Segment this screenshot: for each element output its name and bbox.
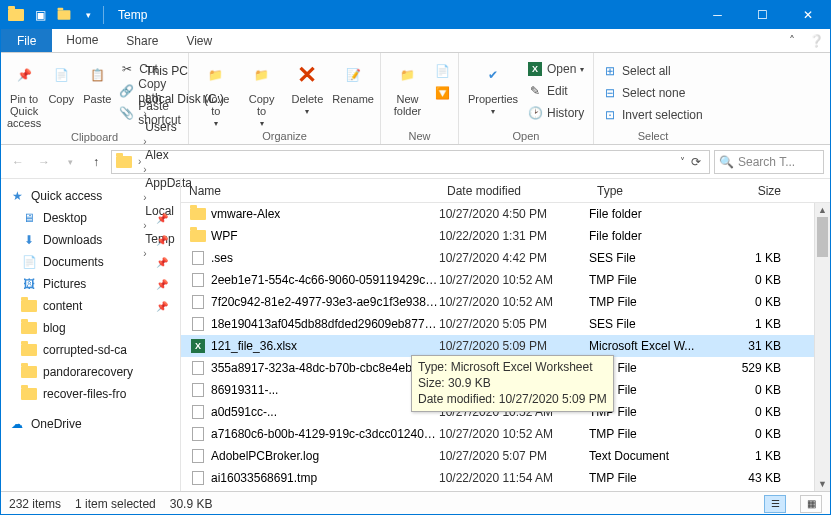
file-name: 2eeb1e71-554c-4c66-9060-059119429cbd... [207, 273, 439, 287]
col-size[interactable]: Size [719, 184, 789, 198]
file-row[interactable]: WPF10/22/2020 1:31 PMFile folder [181, 225, 830, 247]
nav-recent-button[interactable]: ▾ [59, 151, 81, 173]
new-item-button[interactable]: 📄 [432, 61, 452, 81]
navigation-pane[interactable]: ★Quick access 🖥Desktop📌⬇Downloads📌📄Docum… [1, 179, 181, 491]
tab-home[interactable]: Home [52, 29, 112, 52]
nav-item[interactable]: 🖥Desktop📌 [3, 207, 178, 229]
large-icons-view-button[interactable]: ▦ [800, 495, 822, 513]
file-date: 10/22/2020 1:31 PM [439, 229, 589, 243]
file-name: vmware-Alex [207, 207, 439, 221]
tab-file[interactable]: File [1, 29, 52, 52]
file-row[interactable]: ai16033568691.tmp10/22/2020 11:54 AMTMP … [181, 467, 830, 489]
col-type[interactable]: Type [589, 184, 719, 198]
nav-item-label: Pictures [43, 277, 86, 291]
collapse-ribbon-icon[interactable]: ˄ [782, 29, 802, 52]
file-name: 7f20c942-81e2-4977-93e3-ae9c1f3e9384.t..… [207, 295, 439, 309]
nav-item[interactable]: recover-files-fro [3, 383, 178, 405]
easy-access-button[interactable]: 🔽 [432, 83, 452, 103]
nav-up-button[interactable]: ↑ [85, 151, 107, 173]
nav-quick-access[interactable]: ★Quick access [3, 185, 178, 207]
close-button[interactable]: ✕ [785, 1, 830, 29]
pin-icon: 📌 [156, 301, 174, 312]
folder-icon [189, 206, 207, 222]
qat-dropdown-icon[interactable]: ▾ [77, 4, 99, 26]
file-row[interactable]: .ses10/27/2020 4:42 PMSES File1 KB [181, 247, 830, 269]
paste-button[interactable]: 📋Paste [81, 55, 113, 105]
nav-item[interactable]: 🖼Pictures📌 [3, 273, 178, 295]
new-folder-button[interactable]: 📁Newfolder [387, 55, 428, 117]
details-view-button[interactable]: ☰ [764, 495, 786, 513]
address-dropdown-icon[interactable]: ˅ [680, 156, 685, 167]
select-all-button[interactable]: ⊞Select all [600, 61, 705, 81]
breadcrumb-segment[interactable]: This PC [143, 64, 226, 78]
file-name: .ses [207, 251, 439, 265]
file-row[interactable]: 2eeb1e71-554c-4c66-9060-059119429cbd...1… [181, 269, 830, 291]
file-icon [189, 250, 207, 266]
qat-new-folder-icon[interactable] [53, 4, 75, 26]
file-row[interactable]: X121_file_36.xlsx10/27/2020 5:09 PMMicro… [181, 335, 830, 357]
file-size: 31 KB [719, 339, 781, 353]
select-none-button[interactable]: ⊟Select none [600, 83, 705, 103]
edit-button[interactable]: ✎Edit [525, 81, 586, 101]
file-name: 355a8917-323a-48dc-b70b-cbc8e4eb053d... [207, 361, 439, 375]
nav-item[interactable]: corrupted-sd-ca [3, 339, 178, 361]
file-icon [189, 360, 207, 376]
scrollbar-vertical[interactable]: ▲ ▼ [814, 203, 830, 491]
file-row[interactable]: vmware-Alex10/27/2020 4:50 PMFile folder [181, 203, 830, 225]
history-button[interactable]: 🕑History [525, 103, 586, 123]
chevron-right-icon[interactable]: › [143, 164, 146, 175]
open-button[interactable]: XOpen ▾ [525, 59, 586, 79]
file-icon [189, 470, 207, 486]
nav-item[interactable]: pandorarecovery [3, 361, 178, 383]
pin-to-quick-access-button[interactable]: 📌Pin to Quickaccess [7, 55, 41, 129]
breadcrumb-segment[interactable]: Alex [143, 148, 226, 162]
column-headers[interactable]: Name Date modified Type Size [181, 179, 830, 203]
file-size: 1 KB [719, 251, 781, 265]
file-type: SES File [589, 251, 719, 265]
file-row[interactable]: a71680c6-b00b-4129-919c-c3dcc0124031...1… [181, 423, 830, 445]
address-bar[interactable]: › This PC›Local Disk (C:)›Users›Alex›App… [111, 150, 710, 174]
file-row[interactable]: AdobelPCBroker.log10/27/2020 5:07 PMText… [181, 445, 830, 467]
file-row[interactable]: 7f20c942-81e2-4977-93e3-ae9c1f3e9384.t..… [181, 291, 830, 313]
nav-item[interactable]: blog [3, 317, 178, 339]
tab-share[interactable]: Share [112, 29, 172, 52]
file-type: Microsoft Excel W... [589, 339, 719, 353]
nav-onedrive[interactable]: ☁OneDrive [3, 413, 178, 435]
chevron-right-icon[interactable]: › [143, 108, 146, 119]
breadcrumb-segment[interactable]: Users [143, 120, 226, 134]
delete-button[interactable]: ✕Delete▾ [287, 55, 329, 116]
properties-button[interactable]: ✔Properties▾ [465, 55, 521, 116]
help-icon[interactable]: ❔ [802, 29, 830, 52]
nav-item[interactable]: content📌 [3, 295, 178, 317]
invert-selection-button[interactable]: ⊡Invert selection [600, 105, 705, 125]
folder-icon [21, 364, 37, 380]
col-date[interactable]: Date modified [439, 184, 589, 198]
nav-item[interactable]: ⬇Downloads📌 [3, 229, 178, 251]
minimize-button[interactable]: ─ [695, 1, 740, 29]
tab-view[interactable]: View [172, 29, 226, 52]
file-icon [189, 316, 207, 332]
col-name[interactable]: Name [181, 184, 439, 198]
breadcrumb-segment[interactable]: Local Disk (C:) [143, 92, 226, 106]
file-icon [189, 272, 207, 288]
nav-item[interactable]: 📄Documents📌 [3, 251, 178, 273]
qat-properties-icon[interactable]: ▣ [29, 4, 51, 26]
scroll-down-icon[interactable]: ▼ [815, 477, 830, 491]
chevron-right-icon[interactable]: › [143, 136, 146, 147]
rename-button[interactable]: 📝Rename [332, 55, 374, 105]
refresh-icon[interactable]: ⟳ [687, 155, 705, 169]
maximize-button[interactable]: ☐ [740, 1, 785, 29]
file-list[interactable]: vmware-Alex10/27/2020 4:50 PMFile folder… [181, 203, 830, 491]
copy-to-button[interactable]: 📁Copyto▾ [241, 55, 283, 128]
nav-forward-button[interactable]: → [33, 151, 55, 173]
search-icon: 🔍 [719, 155, 734, 169]
search-box[interactable]: 🔍 Search T... [714, 150, 824, 174]
ribbon-tabs: File Home Share View ˄ ❔ [1, 29, 830, 53]
chevron-right-icon[interactable]: › [143, 80, 146, 91]
scroll-up-icon[interactable]: ▲ [815, 203, 830, 217]
scroll-thumb[interactable] [817, 217, 828, 257]
nav-back-button[interactable]: ← [7, 151, 29, 173]
file-row[interactable]: 18e190413af045db88dfded29609eb877.db...1… [181, 313, 830, 335]
copy-button[interactable]: 📄Copy [45, 55, 77, 105]
ribbon-group-open-label: Open [465, 128, 587, 144]
